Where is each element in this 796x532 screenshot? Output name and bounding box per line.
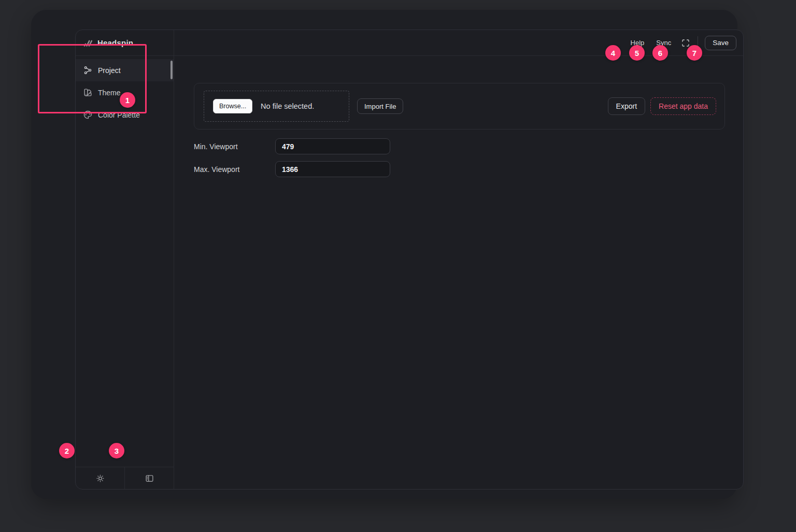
sidebar-item-label: Color Palette (98, 111, 140, 119)
sidebar-item-color-palette[interactable]: Color Palette (76, 104, 174, 126)
sidebar-scrollbar-thumb[interactable] (170, 61, 173, 79)
sidebar-item-project[interactable]: Project (76, 59, 174, 81)
sun-icon (96, 474, 105, 483)
sync-button[interactable]: Sync (656, 39, 671, 47)
sidebar: Headspin Project (76, 30, 174, 489)
sidebar-nav: Project Theme (76, 56, 174, 126)
swatch-book-icon (83, 88, 92, 97)
sidebar-item-label: Project (98, 66, 121, 75)
app-window: Headspin Project (31, 10, 737, 499)
panel-left-icon (145, 474, 154, 483)
headspin-logo-icon (83, 38, 93, 48)
app-panel: Headspin Project (75, 30, 744, 490)
file-status-text: No file selected. (261, 102, 314, 110)
reset-app-data-button[interactable]: Reset app data (650, 97, 716, 115)
max-viewport-input[interactable] (275, 161, 390, 177)
card-actions: Export Reset app data (608, 97, 716, 115)
sidebar-item-label: Theme (98, 89, 121, 97)
max-viewport-row: Max. Viewport (194, 161, 390, 177)
save-button[interactable]: Save (705, 36, 736, 50)
theme-toggle-button[interactable] (76, 467, 125, 489)
browse-button[interactable]: Browse... (213, 99, 252, 113)
fullscreen-button[interactable] (681, 39, 690, 47)
import-file-button[interactable]: Import File (357, 98, 403, 114)
sidebar-item-theme[interactable]: Theme (76, 81, 174, 104)
palette-icon (83, 110, 92, 119)
screenshot-stage: Headspin Project (0, 0, 796, 532)
share-nodes-icon (83, 66, 92, 75)
min-viewport-input[interactable] (275, 138, 390, 154)
help-button[interactable]: Help (631, 39, 645, 47)
sidebar-header: Headspin (76, 30, 174, 56)
project-file-card: Browse... No file selected. Import File … (194, 83, 725, 130)
file-input-dropzone[interactable]: Browse... No file selected. (204, 91, 349, 122)
sidebar-footer (76, 467, 174, 489)
export-button[interactable]: Export (608, 97, 645, 115)
app-title: Headspin (97, 38, 133, 47)
main-content: Browse... No file selected. Import File … (174, 56, 743, 489)
sidebar-toggle-button[interactable] (125, 467, 174, 489)
header-divider (698, 36, 698, 49)
expand-icon (681, 39, 690, 47)
min-viewport-label: Min. Viewport (194, 142, 275, 151)
main-header: Help Sync Save (174, 30, 743, 56)
max-viewport-label: Max. Viewport (194, 165, 275, 174)
min-viewport-row: Min. Viewport (194, 138, 390, 154)
